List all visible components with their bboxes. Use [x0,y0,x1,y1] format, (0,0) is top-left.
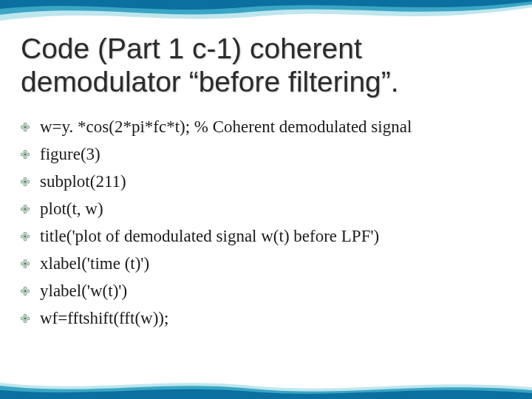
svg-point-11 [27,180,30,183]
bullet-text: xlabel('time (t)') [40,252,511,275]
svg-point-20 [24,232,27,235]
bullet-item: wf=fftshift(fft(w)); [21,307,511,330]
svg-point-4 [24,126,27,129]
bullet-item: figure(3) [21,143,511,166]
svg-point-29 [24,263,27,265]
bullet-text: plot(t, w) [40,197,511,220]
bottom-decorative-swoosh [0,377,532,399]
svg-point-28 [21,262,24,265]
flower-bullet-icon [21,287,30,296]
bullet-text: figure(3) [40,143,511,166]
flower-bullet-icon [21,150,30,159]
svg-point-12 [24,183,27,186]
flower-bullet-icon [21,259,30,268]
svg-point-19 [24,208,27,211]
svg-point-36 [27,317,30,320]
svg-point-9 [24,154,27,156]
svg-point-10 [24,177,27,180]
svg-point-34 [24,290,27,293]
svg-point-5 [24,150,27,153]
svg-point-21 [27,235,30,238]
svg-point-25 [24,259,27,262]
svg-point-6 [27,153,30,156]
svg-point-23 [21,235,24,238]
svg-point-39 [24,318,27,320]
bullet-item: ylabel('w(t)') [21,279,511,302]
svg-point-30 [24,287,27,290]
svg-point-33 [21,290,24,293]
svg-point-16 [27,208,30,211]
svg-point-2 [24,129,27,132]
svg-point-1 [27,126,30,129]
bullet-list: w=y. *cos(2*pi*fc*t); % Coherent demodul… [21,115,511,330]
bullet-item: subplot(211) [21,170,511,193]
svg-point-27 [24,265,27,268]
flower-bullet-icon [21,314,30,323]
svg-point-22 [24,238,27,241]
svg-point-32 [24,293,27,296]
svg-point-15 [24,205,27,208]
svg-point-0 [24,123,27,126]
svg-point-37 [24,320,27,323]
flower-bullet-icon [21,205,30,214]
bullet-item: title('plot of demodulated signal w(t) b… [21,225,511,248]
bullet-item: plot(t, w) [21,197,511,220]
bullet-text: w=y. *cos(2*pi*fc*t); % Coherent demodul… [40,115,511,138]
svg-point-14 [24,181,27,183]
svg-point-38 [21,317,24,320]
svg-point-17 [24,211,27,214]
svg-point-24 [24,236,27,238]
bullet-item: w=y. *cos(2*pi*fc*t); % Coherent demodul… [21,115,511,138]
svg-point-7 [24,156,27,159]
svg-point-3 [21,126,24,129]
slide-title: Code (Part 1 c-1) coherent demodulator “… [21,33,511,99]
svg-point-13 [21,180,24,183]
bullet-text: title('plot of demodulated signal w(t) b… [40,225,511,248]
top-decorative-swoosh [0,0,532,33]
flower-bullet-icon [21,123,30,132]
bullet-text: ylabel('w(t)') [40,279,511,302]
svg-point-18 [21,208,24,211]
flower-bullet-icon [21,232,30,241]
slide-content: w=y. *cos(2*pi*fc*t); % Coherent demodul… [21,115,511,334]
bullet-text: wf=fftshift(fft(w)); [40,307,511,330]
svg-point-35 [24,315,27,318]
svg-point-31 [27,290,30,293]
svg-point-26 [27,262,30,265]
bullet-text: subplot(211) [40,170,511,193]
bullet-item: xlabel('time (t)') [21,252,511,275]
svg-point-8 [21,153,24,156]
flower-bullet-icon [21,177,30,186]
